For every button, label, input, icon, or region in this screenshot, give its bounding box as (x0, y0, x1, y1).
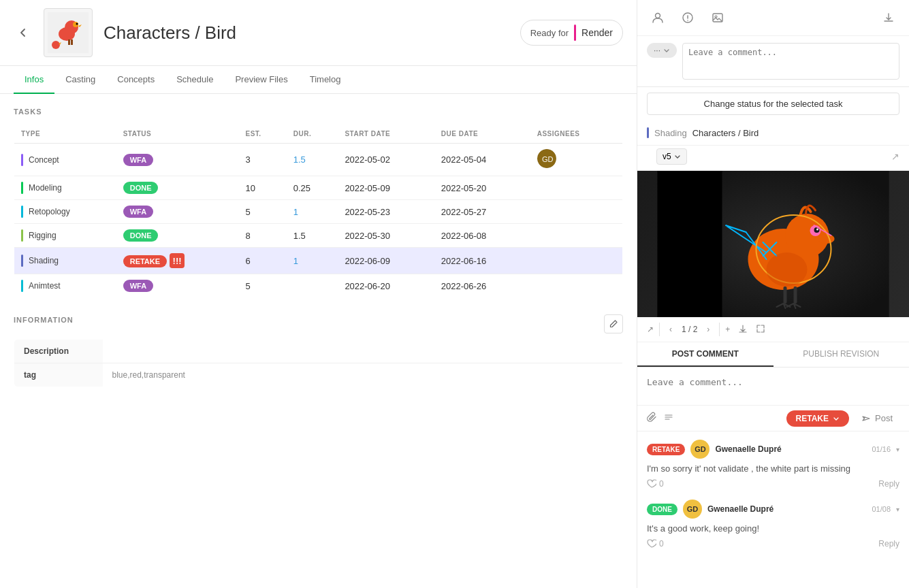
reply-button[interactable]: Reply (878, 539, 899, 549)
svg-rect-24 (784, 287, 787, 304)
comment-meta: DONE GD Gwenaelle Dupré 01/08 ▾ (647, 500, 899, 519)
expand-icon[interactable]: ↗ (891, 151, 899, 162)
table-row[interactable]: Modeling DONE 10 0.25 2022-05-09 2022-05… (14, 176, 623, 200)
like-button[interactable]: 0 (647, 479, 664, 489)
tab-schedule[interactable]: Schedule (165, 66, 224, 94)
retake-label: RETAKE (796, 414, 829, 423)
list-button[interactable] (663, 412, 674, 425)
task-dur-cell: 1.5 (287, 144, 338, 176)
comment-status-badge: RETAKE (647, 444, 685, 455)
preview-page: 1 / 2 (682, 325, 697, 334)
table-row[interactable]: Concept WFA 3 1.5 2022-05-02 2022-05-04 … (14, 144, 623, 176)
table-row[interactable]: Animtest WFA 5 2022-06-20 2022-06-26 (14, 274, 623, 298)
task-name: Modeling (29, 183, 62, 193)
task-dur-cell: 1 (287, 200, 338, 224)
right-panel: ··· Change status for the selected task … (637, 0, 909, 588)
post-button[interactable]: Post (855, 410, 899, 427)
status-badge[interactable]: DONE (123, 182, 159, 194)
task-name: Rigging (29, 231, 57, 240)
alert-icon[interactable] (678, 8, 697, 27)
comment-tabs: POST COMMENT PUBLISH REVISION (637, 342, 909, 368)
edit-button[interactable] (604, 314, 623, 333)
table-row[interactable]: Rigging DONE 8 1.5 2022-05-30 2022-06-08 (14, 224, 623, 248)
avatar: GD (683, 500, 702, 519)
chevron-down-icon[interactable]: ▾ (896, 446, 899, 453)
comment-date: 01/08 (872, 505, 891, 513)
tab-publish-revision[interactable]: PUBLISH REVISION (774, 342, 910, 367)
table-row[interactable]: Retopology WFA 5 1 2022-05-23 2022-05-27 (14, 200, 623, 224)
task-start-cell: 2022-05-09 (338, 176, 434, 200)
status-header-badge[interactable]: Ready for Render (520, 20, 623, 46)
change-status-button[interactable]: Change status for the selected task (647, 93, 899, 115)
information-table: Description tag blue,red,transparent (14, 339, 623, 387)
task-type-cell: Modeling (14, 176, 116, 200)
table-row[interactable]: Shading RETAKE!!! 6 1 2022-06-09 2022-06… (14, 248, 623, 274)
version-label: v5 (663, 152, 671, 161)
status-badge[interactable]: WFA (123, 206, 153, 218)
comment-input[interactable] (647, 374, 899, 396)
comment-actions: RETAKE Post (637, 406, 909, 431)
task-dur-cell: 1 (287, 248, 338, 274)
back-button[interactable] (14, 23, 33, 42)
status-badge[interactable]: WFA (123, 280, 153, 292)
task-color-indicator (21, 154, 23, 166)
task-type-cell: Animtest (14, 274, 116, 298)
person-icon[interactable] (648, 8, 667, 27)
task-est-cell: 5 (239, 274, 287, 298)
comment-status-badge: DONE (647, 504, 677, 515)
tab-post-comment[interactable]: POST COMMENT (637, 342, 774, 367)
tab-preview-files[interactable]: Preview Files (224, 66, 298, 94)
version-dropdown[interactable]: v5 (656, 148, 687, 165)
comment-footer: 0 Reply (647, 479, 899, 489)
status-badge[interactable]: WFA (123, 154, 153, 166)
attach-button[interactable] (647, 412, 658, 425)
task-due-cell: 2022-06-08 (434, 224, 530, 248)
tasks-section-title: TASKS (14, 108, 623, 116)
comment-item: RETAKE GD Gwenaelle Dupré 01/16 ▾ I'm so… (647, 440, 899, 489)
task-name: Retopology (29, 207, 70, 216)
expand-preview-icon[interactable] (756, 324, 765, 336)
task-type-cell: Shading (14, 248, 116, 274)
avatar: GD (690, 440, 709, 459)
task-status-cell: DONE (116, 176, 239, 200)
status-badge[interactable]: DONE (123, 229, 159, 242)
download-preview-icon[interactable] (738, 324, 748, 336)
prev-button[interactable]: ‹ (665, 323, 676, 336)
retake-status-dropdown[interactable]: RETAKE (786, 410, 849, 427)
right-action-icons (648, 8, 727, 27)
status-dot-dropdown[interactable]: ··· (647, 43, 677, 58)
zoom-in-icon[interactable]: + (725, 325, 730, 334)
tab-concepts[interactable]: Concepts (106, 66, 165, 94)
task-color-indicator (21, 280, 23, 292)
tab-timelog[interactable]: Timelog (299, 66, 352, 94)
fullscreen-icon[interactable]: ↗ (647, 325, 654, 334)
bird-preview (637, 171, 909, 317)
preview-navigation: ↗ ‹ 1 / 2 › + (637, 317, 909, 342)
info-label: tag (14, 363, 103, 387)
download-icon[interactable] (879, 8, 898, 27)
top-comment-input[interactable] (682, 43, 899, 80)
task-est-cell: 3 (239, 144, 287, 176)
nav-arrows: ↗ ‹ 1 / 2 › + (647, 323, 765, 336)
next-button[interactable]: › (703, 323, 714, 336)
task-start-cell: 2022-05-30 (338, 224, 434, 248)
tab-casting[interactable]: Casting (54, 66, 106, 94)
reply-button[interactable]: Reply (878, 479, 899, 489)
task-type-cell: Concept (14, 144, 116, 176)
status-badge[interactable]: RETAKE (123, 255, 167, 267)
task-est-cell: 8 (239, 224, 287, 248)
svg-rect-27 (658, 171, 722, 317)
nav-divider2 (719, 323, 720, 336)
task-status-cell: RETAKE!!! (116, 248, 239, 274)
like-button[interactable]: 0 (647, 539, 664, 549)
tab-infos[interactable]: Infos (14, 66, 54, 94)
avatar-initials: GD (695, 445, 706, 453)
image-icon[interactable] (708, 8, 727, 27)
status-render-label: Render (581, 27, 613, 38)
svg-point-26 (767, 252, 808, 287)
tabs-bar: Infos Casting Concepts Schedule Preview … (0, 66, 637, 94)
chevron-down-icon[interactable]: ▾ (896, 506, 899, 513)
nav-divider (659, 323, 660, 336)
information-header: INFORMATION (14, 314, 623, 333)
task-color-indicator (21, 255, 23, 267)
